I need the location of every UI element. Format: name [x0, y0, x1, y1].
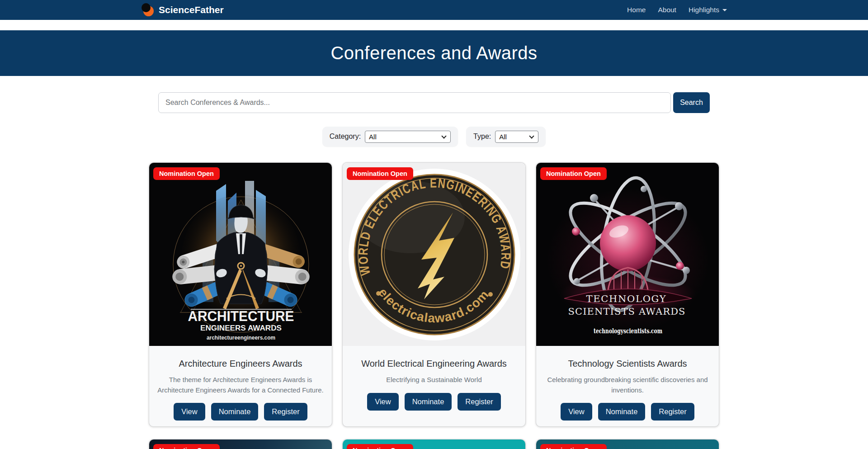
nav-links: Home About Highlights: [627, 6, 727, 14]
nomination-open-badge: Nomination Open: [347, 167, 413, 180]
type-filter: Type: All: [466, 127, 546, 147]
card-image-partial: Nomination Open: [536, 440, 719, 449]
card-partial-1: Nomination Open: [149, 439, 332, 449]
card-image-atom: TECHNOLOGY SCIENTISTS AWARDS technologys…: [536, 163, 719, 346]
search-bar: Search: [158, 92, 710, 113]
card-title: Architecture Engineers Awards: [156, 359, 326, 369]
card-image-partial: Nomination Open: [149, 440, 332, 449]
view-button[interactable]: View: [367, 393, 398, 411]
card-world-electrical-engineering-awards: WORLD ELECTRICAL ENGINEERING AWARD elect…: [342, 162, 526, 427]
award-image-title: ARCHITECTURE: [188, 308, 294, 324]
view-button[interactable]: View: [561, 403, 592, 421]
nav-link-about[interactable]: About: [658, 6, 676, 14]
nomination-open-badge: Nomination Open: [540, 167, 607, 180]
award-image-website: technologyscientists.com: [594, 327, 662, 335]
card-description: The theme for Architecture Engineers Awa…: [156, 375, 325, 395]
awards-grid-row2: Nomination Open Nomination Open Nominati…: [149, 439, 719, 449]
type-label: Type:: [473, 132, 491, 141]
card-image-electrical-medallion: WORLD ELECTRICAL ENGINEERING AWARD elect…: [343, 163, 525, 346]
card-architecture-engineers-awards: ARCHITECTURE ENGINEERS AWARDS architectu…: [149, 162, 332, 427]
award-image-subtitle: SCIENTISTS AWARDS: [568, 306, 688, 317]
award-image-website: architectureengineers.com: [207, 334, 275, 341]
hero-banner: Conferences and Awards: [0, 30, 868, 76]
card-title: World Electrical Engineering Awards: [349, 359, 519, 369]
award-image-title: TECHNOLOGY: [586, 293, 670, 304]
category-select[interactable]: All: [365, 131, 451, 143]
awards-grid: ARCHITECTURE ENGINEERS AWARDS architectu…: [149, 162, 719, 427]
sciencefather-logo-icon: [141, 3, 155, 17]
card-title: Technology Scientists Awards: [542, 359, 712, 369]
nominate-button[interactable]: Nominate: [598, 403, 646, 421]
nominate-button[interactable]: Nominate: [211, 403, 259, 421]
card-image-architecture: ARCHITECTURE ENGINEERS AWARDS architectu…: [149, 163, 332, 346]
nomination-open-badge: Nomination Open: [153, 444, 220, 449]
card-image-partial: Nomination Open: [343, 440, 525, 449]
nomination-open-badge: Nomination Open: [347, 444, 413, 449]
view-button[interactable]: View: [174, 403, 205, 421]
page-title: Conferences and Awards: [330, 43, 537, 63]
nominate-button[interactable]: Nominate: [405, 393, 452, 411]
card-technology-scientists-awards: TECHNOLOGY SCIENTISTS AWARDS technologys…: [536, 162, 719, 427]
award-image-subtitle: ENGINEERS AWARDS: [200, 324, 282, 332]
brand-logo[interactable]: ScienceFather: [141, 3, 224, 17]
register-button[interactable]: Register: [651, 403, 694, 421]
card-description: Celebrating groundbreaking scientific di…: [543, 375, 712, 395]
register-button[interactable]: Register: [264, 403, 307, 421]
category-label: Category:: [330, 132, 361, 141]
nomination-open-badge: Nomination Open: [153, 167, 220, 180]
search-input[interactable]: [158, 92, 671, 113]
register-button[interactable]: Register: [458, 393, 500, 411]
brand-name: ScienceFather: [159, 5, 224, 15]
chevron-down-icon: [722, 9, 727, 11]
card-partial-2: Nomination Open: [342, 439, 526, 449]
card-partial-3: Nomination Open: [536, 439, 719, 449]
search-button[interactable]: Search: [673, 92, 710, 113]
nav-link-home[interactable]: Home: [627, 6, 646, 14]
type-select[interactable]: All: [495, 131, 538, 143]
nomination-open-badge: Nomination Open: [540, 444, 607, 449]
nav-link-highlights-dropdown[interactable]: Highlights: [689, 6, 727, 14]
card-description: Electrifying a Sustainable World: [350, 375, 518, 385]
top-navbar: ScienceFather Home About Highlights: [0, 0, 868, 20]
filter-row: Category: All Type: All: [0, 127, 868, 147]
category-filter: Category: All: [322, 127, 458, 147]
nav-link-highlights-label: Highlights: [689, 6, 719, 14]
